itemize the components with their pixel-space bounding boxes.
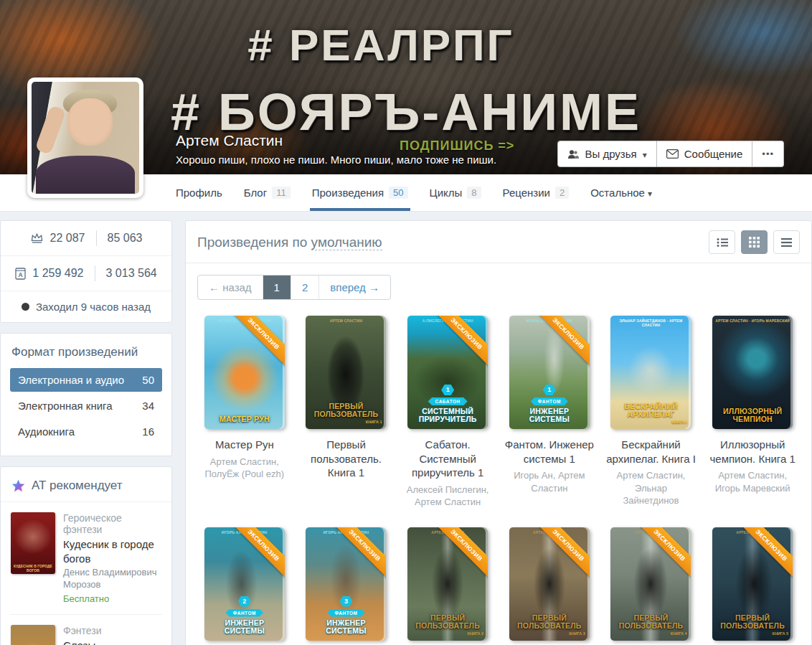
book-cover[interactable]: ИГОРЬ АН · А.СЛАСТИН 2 ФАНТОМ ИНЖЕНЕР СИ…: [204, 527, 285, 641]
book-icon: А: [15, 268, 26, 280]
book-authors[interactable]: Артем Сластин, Игорь Маревский: [705, 469, 800, 494]
recommended-book-cover: СЛЕЗЫ САЛАМАНДРЫ: [11, 625, 55, 645]
recommended-book-cover: КУДЕСНИК В ГОРОДЕ БОГОВ: [11, 512, 55, 574]
book-authors[interactable]: Артем Сластин, Эльнар Зайнетдинов: [604, 469, 699, 507]
awards-alt-count: 85 063: [108, 232, 143, 245]
profile-actions: Вы друзья Сообщение •••: [557, 141, 784, 167]
last-seen-text: Заходил 9 часов назад: [36, 301, 151, 313]
book-card: АРТЕМ СЛАСТИН ПЕРВЫЙ ПОЛЬЗОВАТЕЛЬ КНИГА …: [400, 527, 495, 645]
format-filter-title: Формат произведений: [11, 345, 161, 359]
profile-name: Артем Сластин: [176, 132, 283, 149]
envelope-icon: [666, 149, 679, 159]
book-cover[interactable]: А.ПИСЛЕГИН · А.СЛАСТИН 1 САБАТОН СИСТЕМН…: [407, 316, 488, 429]
book-title[interactable]: Мастер Рун: [197, 438, 292, 452]
exclusive-ribbon: ЭКСКЛЮЗИВ: [532, 527, 590, 582]
book-card: ИГОРЬ АН · А.СЛАСТИН 1 ФАНТОМ ИНЖЕНЕР СИ…: [502, 316, 597, 509]
friends-button[interactable]: Вы друзья: [557, 141, 656, 167]
book-title[interactable]: Сабатон. Системный приручитель 1: [400, 438, 495, 480]
tab-reviews[interactable]: Рецензии2: [503, 174, 570, 211]
recommendations-card: АТ рекомендует КУДЕСНИК В ГОРОДЕ БОГОВ Г…: [0, 466, 172, 645]
page-content: 22 087 85 063 А 1 259 492 3 013 564 Захо…: [0, 212, 812, 645]
book-cover[interactable]: АРТЕМ СЛАСТИН ПЕРВЫЙ ПОЛЬЗОВАТЕЛЬ КНИГА …: [509, 527, 590, 641]
book-title[interactable]: Фантом. Инженер системы 1: [502, 438, 597, 466]
recommended-book[interactable]: СЛЕЗЫ САЛАМАНДРЫ Фэнтези Слезы саламандр…: [10, 615, 162, 645]
list-view-icon: [717, 237, 728, 248]
sort-dropdown[interactable]: умолчанию: [311, 235, 382, 250]
stats-views-row: А 1 259 492 3 013 564: [1, 256, 171, 291]
tab-blog[interactable]: Блог11: [244, 174, 291, 211]
star-icon: [11, 479, 25, 492]
banner-hashtag-1: # РЕАЛРПГ: [0, 23, 812, 67]
book-cover[interactable]: ИГОРЬ АН · А.СЛАСТИН 3 ФАНТОМ ИНЖЕНЕР СИ…: [306, 527, 386, 641]
view-toggles: [709, 230, 800, 254]
series-number-badge: 1: [543, 385, 556, 395]
book-cover[interactable]: АРТЕМ СЛАСТИН ПЕРВЫЙ ПОЛЬЗОВАТЕЛЬ КНИГА …: [712, 527, 793, 641]
works-panel: Произведения по умолчанию: [185, 220, 812, 645]
book-cover[interactable]: ЭЛЬНАР ЗАЙНЕТДИНОВ · АРТЕМ СЛАСТИН БЕСКР…: [610, 316, 691, 429]
avatar-photo: [32, 82, 139, 194]
book-title[interactable]: Первый пользователь. Книга 1: [299, 438, 394, 480]
list-view-button[interactable]: [709, 230, 735, 254]
grid-view-icon: [749, 237, 760, 248]
book-cover[interactable]: АРТЕМ СЛАСТИН · ПОЛУЁЖ МАСТЕР РУН ЭКСКЛЮ…: [204, 316, 285, 429]
message-button[interactable]: Сообщение: [657, 141, 753, 167]
pagination-page-1[interactable]: 1: [263, 276, 291, 299]
books-grid: АРТЕМ СЛАСТИН · ПОЛУЁЖ МАСТЕР РУН ЭКСКЛЮ…: [197, 316, 800, 645]
book-card: А.ПИСЛЕГИН · А.СЛАСТИН 1 САБАТОН СИСТЕМН…: [400, 316, 495, 509]
book-card: АРТЕМ СЛАСТИН ПЕРВЫЙ ПОЛЬЗОВАТЕЛЬ КНИГА …: [299, 316, 394, 509]
exclusive-ribbon: ЭКСКЛЮЗИВ: [430, 527, 488, 582]
book-card: АРТЕМ СЛАСТИН · ИГОРЬ МАРЕВСКИЙ ИЛЛЮЗОРН…: [705, 316, 800, 509]
exclusive-ribbon: ЭКСКЛЮЗИВ: [633, 527, 691, 582]
series-number-badge: 3: [339, 596, 352, 607]
profile-avatar[interactable]: [27, 77, 143, 198]
book-title[interactable]: Иллюзорный чемпион. Книга 1: [705, 438, 800, 466]
book-card: ИГОРЬ АН · А.СЛАСТИН 3 ФАНТОМ ИНЖЕНЕР СИ…: [299, 527, 394, 645]
pagination-forward[interactable]: вперед →: [318, 276, 390, 299]
pagination-page-2[interactable]: 2: [291, 276, 318, 299]
rows-view-icon: [781, 238, 792, 247]
tab-series[interactable]: Циклы8: [430, 174, 481, 211]
exclusive-ribbon: ЭКСКЛЮЗИВ: [532, 316, 590, 370]
filter-audiobook[interactable]: Аудиокнига 16: [10, 420, 162, 443]
tab-profile[interactable]: Профиль: [176, 174, 222, 211]
book-title[interactable]: Бескрайний архипелаг. Книга I: [604, 438, 699, 466]
filter-electronic-book[interactable]: Электронная книга 34: [10, 394, 162, 418]
pagination: ← назад 1 2 вперед →: [197, 275, 391, 300]
book-card: АРТЕМ СЛАСТИН ПЕРВЫЙ ПОЛЬЗОВАТЕЛЬ КНИГА …: [502, 527, 597, 645]
book-author[interactable]: Денис Владимирович Морозов: [63, 567, 161, 591]
book-authors[interactable]: Артем Сластин, ПолуЁж (Poul ezh): [197, 456, 292, 481]
format-filter-card: Формат произведений Электронная и аудио …: [0, 333, 172, 456]
chevron-down-icon: [643, 148, 647, 160]
book-title[interactable]: Слезы саламандры: [63, 639, 161, 645]
recommended-book[interactable]: КУДЕСНИК В ГОРОДЕ БОГОВ Героическое фэнт…: [10, 502, 162, 615]
book-authors[interactable]: Игорь Ан, Артем Сластин: [502, 469, 597, 494]
tab-works[interactable]: Произведения50: [312, 174, 408, 211]
stats-card: 22 087 85 063 А 1 259 492 3 013 564 Захо…: [0, 220, 172, 323]
filter-electronic-and-audio[interactable]: Электронная и аудио 50: [10, 368, 162, 392]
exclusive-ribbon: ЭКСКЛЮЗИВ: [227, 316, 285, 370]
book-cover[interactable]: АРТЕМ СЛАСТИН · ИГОРЬ МАРЕВСКИЙ ИЛЛЮЗОРН…: [712, 316, 793, 429]
crown-icon: [30, 232, 44, 244]
book-cover[interactable]: АРТЕМ СЛАСТИН ПЕРВЫЙ ПОЛЬЗОВАТЕЛЬ КНИГА …: [407, 527, 488, 641]
tab-more[interactable]: Остальное: [590, 174, 652, 211]
book-authors[interactable]: Алексей Пислегин, Артем Сластин: [400, 484, 495, 509]
more-actions-button[interactable]: •••: [752, 141, 784, 167]
views-alt-count: 3 013 564: [106, 267, 157, 280]
banner-subscribe-text: ПОДПИШИСЬ =>: [400, 138, 514, 154]
svg-text:А: А: [19, 271, 23, 278]
book-card: ЭЛЬНАР ЗАЙНЕТДИНОВ · АРТЕМ СЛАСТИН БЕСКР…: [604, 316, 699, 509]
exclusive-ribbon: ЭКСКЛЮЗИВ: [227, 527, 285, 582]
grid-view-button[interactable]: [741, 230, 768, 254]
book-cover[interactable]: ИГОРЬ АН · А.СЛАСТИН 1 ФАНТОМ ИНЖЕНЕР СИ…: [509, 316, 590, 429]
compact-view-button[interactable]: [773, 230, 800, 254]
book-price: Бесплатно: [63, 593, 161, 604]
status-dot-icon: [22, 303, 29, 311]
book-card: АРТЕМ СЛАСТИН ПЕРВЫЙ ПОЛЬЗОВАТЕЛЬ КНИГА …: [705, 527, 800, 645]
exclusive-ribbon: ЭКСКЛЮЗИВ: [735, 527, 793, 582]
book-cover[interactable]: АРТЕМ СЛАСТИН ПЕРВЫЙ ПОЛЬЗОВАТЕЛЬ КНИГА …: [610, 527, 691, 641]
works-header: Произведения по умолчанию: [197, 230, 800, 263]
book-title[interactable]: Кудесник в городе богов: [63, 537, 161, 565]
ellipsis-icon: •••: [762, 149, 774, 159]
book-cover[interactable]: АРТЕМ СЛАСТИН ПЕРВЫЙ ПОЛЬЗОВАТЕЛЬ КНИГА …: [306, 316, 386, 429]
pagination-back[interactable]: ← назад: [198, 276, 263, 299]
